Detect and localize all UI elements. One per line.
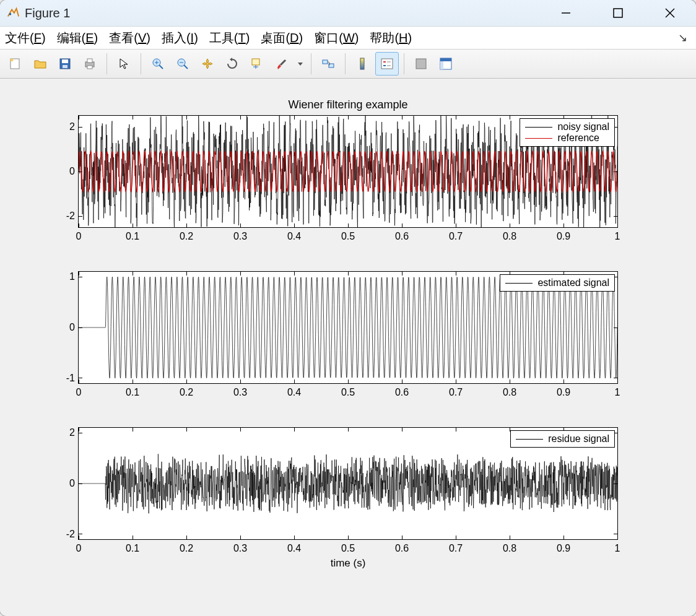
svg-rect-23 — [323, 60, 328, 64]
x-tick-label: 0.5 — [341, 231, 355, 242]
svg-rect-10 — [87, 59, 92, 63]
svg-rect-19 — [252, 59, 259, 65]
pointer-button[interactable] — [112, 52, 136, 76]
new-figure-button[interactable] — [4, 52, 27, 76]
legend-label: residue signal — [548, 433, 609, 445]
svg-line-13 — [159, 65, 163, 69]
close-button[interactable] — [656, 4, 684, 22]
x-tick-label: 0.9 — [557, 231, 570, 242]
y-tick-label: 0 — [51, 478, 75, 489]
x-tick-label: 0.4 — [287, 543, 301, 554]
y-tick-label: 0 — [51, 166, 75, 177]
colorbar-button[interactable] — [350, 52, 374, 76]
x-tick-label: 0.3 — [233, 387, 247, 398]
print-button[interactable] — [78, 52, 102, 76]
y-tick-label: 1 — [51, 271, 75, 282]
matlab-icon — [6, 6, 20, 20]
dock-arrow-icon[interactable]: ↘ — [678, 31, 691, 45]
x-tick-label: 0.8 — [503, 387, 516, 398]
svg-line-17 — [184, 65, 188, 69]
zoom-in-button[interactable] — [146, 52, 170, 76]
zoom-out-button[interactable] — [171, 52, 194, 76]
maximize-button[interactable] — [604, 4, 632, 22]
x-tick-label: 0.5 — [341, 543, 355, 554]
menu-file[interactable]: 文件(F) — [5, 30, 46, 46]
rotate-button[interactable] — [220, 52, 244, 76]
x-tick-label: 0.7 — [449, 387, 463, 398]
window-title: Figure 1 — [25, 6, 70, 20]
svg-line-4 — [666, 9, 674, 17]
legend-label: noisy signal — [557, 121, 609, 132]
svg-line-3 — [666, 9, 674, 17]
x-tick-label: 0.9 — [557, 387, 570, 398]
subplot-2[interactable]: -10100.10.20.30.40.50.60.70.80.91estimat… — [78, 271, 618, 384]
save-button[interactable] — [53, 52, 77, 76]
toolbar — [0, 50, 696, 79]
link-button[interactable] — [316, 52, 340, 76]
x-tick-label: 0.8 — [503, 231, 516, 242]
x-tick-label: 0.2 — [180, 387, 193, 398]
x-tick-label: 0.4 — [287, 387, 301, 398]
y-tick-label: -1 — [51, 373, 75, 384]
y-tick-label: 2 — [51, 121, 75, 132]
x-tick-label: 0.1 — [126, 387, 139, 398]
chart-title: Wiener filtering example — [288, 98, 407, 111]
x-tick-label: 0 — [76, 231, 82, 242]
menu-desktop[interactable]: 桌面(D) — [261, 30, 303, 46]
y-tick-label: 0 — [51, 322, 75, 333]
legend-label: estimated signal — [537, 277, 609, 288]
x-tick-label: 0.2 — [180, 543, 193, 554]
hide-plot-tools-button[interactable] — [409, 52, 433, 76]
subplot-3[interactable]: -20200.10.20.30.40.50.60.70.80.91residue… — [78, 427, 618, 540]
legend[interactable]: noisy signalreference — [520, 118, 615, 147]
x-tick-label: 0.7 — [449, 231, 463, 242]
svg-rect-25 — [360, 58, 364, 69]
svg-rect-2 — [614, 9, 622, 17]
x-tick-label: 0.6 — [395, 387, 409, 398]
legend-line-icon — [525, 138, 552, 139]
menu-view[interactable]: 查看(V) — [109, 30, 150, 46]
x-tick-label: 0.3 — [233, 231, 247, 242]
x-tick-label: 0.7 — [449, 543, 463, 554]
svg-rect-7 — [62, 59, 68, 63]
minimize-button[interactable] — [552, 4, 580, 22]
data-cursor-button[interactable] — [245, 52, 269, 76]
legend-line-icon — [516, 439, 543, 440]
brush-button[interactable] — [270, 52, 294, 76]
x-tick-label: 0.3 — [233, 543, 247, 554]
x-tick-label: 0.2 — [180, 231, 193, 242]
brush-dropdown[interactable] — [295, 52, 306, 76]
x-tick-label: 0 — [76, 387, 82, 398]
x-tick-label: 1 — [615, 387, 620, 398]
menu-tools[interactable]: 工具(T) — [209, 30, 250, 46]
legend[interactable]: residue signal — [510, 430, 615, 448]
show-plot-tools-button[interactable] — [434, 52, 458, 76]
svg-rect-11 — [87, 66, 92, 69]
legend-button[interactable] — [375, 52, 399, 76]
pan-button[interactable] — [196, 52, 219, 76]
menu-help[interactable]: 帮助(H) — [370, 30, 412, 46]
x-tick-label: 0.4 — [287, 231, 301, 242]
svg-line-22 — [281, 60, 285, 65]
x-tick-label: 0.5 — [341, 387, 355, 398]
svg-rect-31 — [416, 59, 426, 69]
svg-rect-8 — [63, 65, 67, 68]
subplot-1[interactable]: -20200.10.20.30.40.50.60.70.80.91noisy s… — [78, 115, 618, 228]
x-tick-label: 0.1 — [126, 231, 139, 242]
x-tick-label: 0 — [76, 543, 82, 554]
menubar: 文件(F) 编辑(E) 查看(V) 插入(I) 工具(T) 桌面(D) 窗口(W… — [0, 27, 696, 50]
x-axis-label: time (s) — [331, 557, 366, 570]
x-tick-label: 0.6 — [395, 231, 409, 242]
legend[interactable]: estimated signal — [500, 274, 615, 292]
x-tick-label: 0.9 — [557, 543, 570, 554]
legend-label: reference — [557, 132, 599, 144]
x-tick-label: 1 — [615, 543, 620, 554]
svg-rect-33 — [440, 58, 451, 61]
legend-line-icon — [525, 127, 552, 128]
open-button[interactable] — [28, 52, 52, 76]
menu-window[interactable]: 窗口(W) — [314, 30, 359, 46]
y-tick-label: -2 — [51, 529, 75, 540]
x-tick-label: 0.6 — [395, 543, 409, 554]
menu-insert[interactable]: 插入(I) — [162, 30, 198, 46]
menu-edit[interactable]: 编辑(E) — [57, 30, 98, 46]
